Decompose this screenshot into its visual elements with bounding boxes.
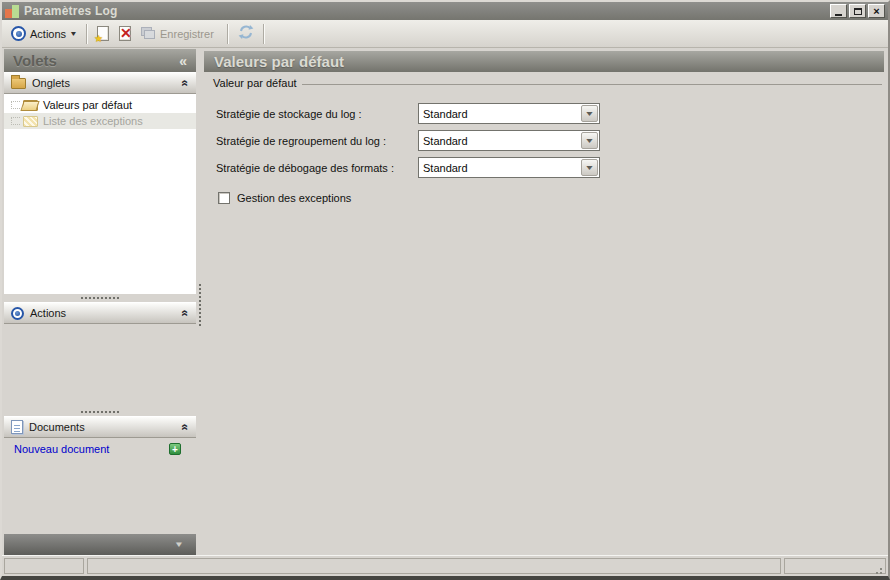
horizontal-splitter[interactable] [4, 294, 196, 302]
maximize-button[interactable] [849, 4, 866, 18]
chevron-down-icon: ▼ [584, 137, 594, 144]
titlebar[interactable]: Paramètres Log × [2, 2, 888, 20]
combo-dropdown-button[interactable]: ▼ [581, 159, 598, 176]
tree-connector [11, 117, 20, 125]
tree-item-label: Valeurs par défaut [43, 99, 132, 111]
field-row-regroupement: Stratégie de regroupement du log : Stand… [216, 130, 884, 151]
status-cell-right [784, 558, 886, 574]
combo-value: Standard [423, 162, 468, 174]
chevron-up-icon[interactable]: « [179, 310, 193, 317]
close-icon: × [873, 6, 879, 16]
window-title: Paramètres Log [24, 4, 828, 18]
section-label-documents: Documents [29, 421, 182, 433]
resize-grip-icon[interactable] [880, 568, 882, 570]
tree-connector [11, 101, 20, 109]
actions-section-body [4, 324, 196, 408]
save-button[interactable]: Enregistrer [136, 22, 223, 46]
combo-value: Standard [423, 108, 468, 120]
toolbar-separator [86, 24, 88, 44]
section-label-actions: Actions [30, 307, 182, 319]
sidebar: Volets « Onglets « Valeurs par défaut Li… [4, 48, 196, 555]
logo-bar-green [12, 5, 19, 18]
vertical-splitter[interactable] [196, 48, 204, 555]
field-row-debogage: Stratégie de débogage des formats : Stan… [216, 157, 884, 178]
app-logo-icon [5, 5, 19, 18]
tree-item-label: Liste des exceptions [43, 115, 143, 127]
status-cell-left [4, 558, 84, 574]
chevron-up-icon[interactable]: « [179, 424, 193, 431]
actions-menu-label: Actions [30, 28, 66, 40]
toolbar-separator [263, 24, 265, 44]
refresh-icon [238, 24, 254, 44]
tree-item-liste-des-exceptions[interactable]: Liste des exceptions [4, 113, 196, 129]
splitter-grip-dots [199, 284, 202, 328]
window-body: Volets « Onglets « Valeurs par défaut Li… [2, 48, 888, 555]
groupbox-label: Valeur par défaut [213, 77, 297, 89]
panel-selector-bar[interactable]: ▼ [4, 534, 196, 555]
red-x-icon: ✕ [120, 26, 132, 40]
combo-debogage[interactable]: Standard ▼ [418, 157, 600, 178]
logo-bar-orange [5, 9, 12, 18]
new-document-link[interactable]: Nouveau document [14, 443, 169, 455]
combo-stockage[interactable]: Standard ▼ [418, 103, 600, 124]
horizontal-splitter[interactable] [4, 408, 196, 416]
save-button-label: Enregistrer [160, 28, 214, 40]
delete-page-icon: ✕ [119, 26, 131, 41]
combo-value: Standard [423, 135, 468, 147]
main-panel: Valeurs par défaut Valeur par défaut Str… [204, 48, 886, 555]
actions-target-icon [11, 307, 24, 320]
folder-icon [11, 78, 26, 89]
minimize-icon [835, 14, 842, 16]
chevron-down-icon: ▼ [69, 30, 77, 37]
checkbox-label: Gestion des exceptions [237, 192, 351, 204]
groupbox-header: Valeur par défaut [213, 77, 882, 89]
document-icon [11, 420, 23, 434]
close-button[interactable]: × [868, 4, 885, 18]
splitter-grip-dots [81, 411, 119, 414]
section-header-documents[interactable]: Documents « [4, 416, 196, 438]
save-icon [141, 27, 156, 40]
combo-regroupement[interactable]: Standard ▼ [418, 130, 600, 151]
chevron-down-icon: ▼ [584, 110, 594, 117]
chevron-down-icon: ▼ [584, 164, 594, 171]
sidebar-title: Volets [13, 52, 179, 69]
toolbar-separator [227, 24, 229, 44]
groupbox-line [302, 84, 882, 85]
onglets-tree: Valeurs par défaut Liste des exceptions [4, 94, 196, 294]
add-document-button[interactable]: + [169, 443, 181, 455]
section-header-actions[interactable]: Actions « [4, 302, 196, 324]
new-document-row: Nouveau document + [4, 438, 196, 460]
combo-dropdown-button[interactable]: ▼ [581, 105, 598, 122]
field-label: Stratégie de stockage du log : [216, 108, 418, 120]
maximize-icon [854, 8, 862, 15]
chevron-up-icon[interactable]: « [179, 80, 193, 87]
star-icon: ★ [94, 33, 103, 44]
field-label: Stratégie de débogage des formats : [216, 162, 418, 174]
section-label-onglets: Onglets [32, 77, 182, 89]
section-header-onglets[interactable]: Onglets « [4, 72, 196, 94]
status-cell-main [87, 558, 781, 574]
combo-dropdown-button[interactable]: ▼ [581, 132, 598, 149]
actions-menu-button[interactable]: Actions ▼ [6, 22, 82, 46]
chevron-down-icon: ▼ [174, 540, 184, 549]
page-title: Valeurs par défaut [214, 53, 344, 70]
panel-collapse-icon[interactable]: « [179, 53, 187, 69]
tree-item-valeurs-par-defaut[interactable]: Valeurs par défaut [4, 97, 196, 113]
sidebar-panel-header: Volets « [4, 49, 196, 72]
delete-item-button[interactable]: ✕ [114, 22, 136, 46]
main-panel-header: Valeurs par défaut [204, 51, 884, 72]
new-page-icon: ★ [97, 26, 109, 41]
minimize-button[interactable] [830, 4, 847, 18]
status-bar [2, 555, 888, 576]
gestion-exceptions-checkbox[interactable] [218, 192, 230, 204]
field-label: Stratégie de regroupement du log : [216, 135, 418, 147]
hatched-folder-icon [23, 116, 38, 127]
refresh-button[interactable] [233, 22, 259, 46]
splitter-grip-dots [81, 297, 119, 300]
new-item-button[interactable]: ★ [92, 22, 114, 46]
actions-target-icon [11, 26, 26, 41]
open-folder-icon [23, 100, 38, 111]
checkbox-row-gestion-exceptions: Gestion des exceptions [218, 192, 884, 204]
field-row-stockage: Stratégie de stockage du log : Standard … [216, 103, 884, 124]
app-window: Paramètres Log × Actions ▼ ★ ✕ Enregistr… [0, 0, 890, 580]
